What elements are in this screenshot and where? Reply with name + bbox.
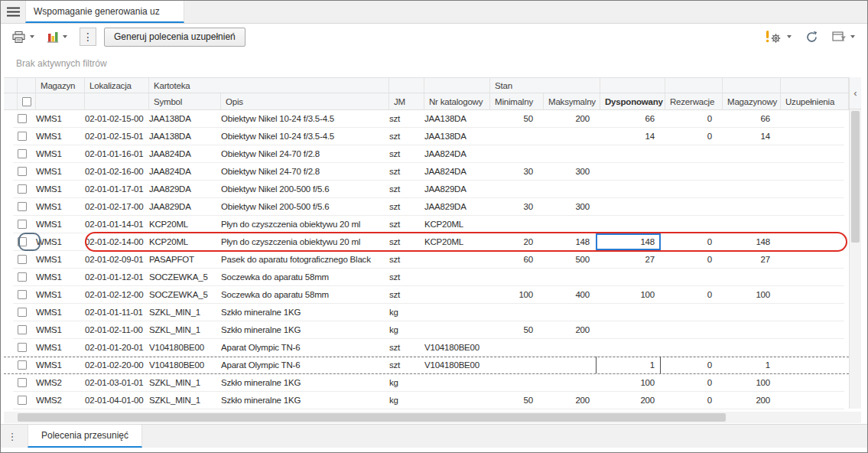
cell-nr[interactable]: JAA824DA xyxy=(420,145,486,163)
column-header-min[interactable]: Minimalny xyxy=(490,93,544,110)
row-checkbox[interactable] xyxy=(18,132,27,141)
cell-sel[interactable] xyxy=(13,181,31,198)
cell-nr[interactable]: JAA138DA xyxy=(420,128,486,145)
cell-jm[interactable]: szt xyxy=(385,216,420,233)
cell-max[interactable]: 400 xyxy=(539,286,596,304)
cell-rez[interactable] xyxy=(661,304,718,321)
cell-sel[interactable] xyxy=(13,392,31,409)
cell-min[interactable] xyxy=(486,374,539,392)
cell-uzup[interactable] xyxy=(776,374,844,392)
table-row[interactable]: WMS102-01-01-11-01SZKL_MIN_1Szkło minera… xyxy=(4,304,849,321)
table-row[interactable]: WMS102-01-02-12-00SOCZEWKA_5Soczewka do … xyxy=(4,286,849,304)
cell-uzup[interactable] xyxy=(776,233,844,251)
cell-dysp[interactable] xyxy=(596,163,661,181)
cell-sel[interactable] xyxy=(13,304,31,321)
cell-magazyn[interactable]: WMS1 xyxy=(31,163,80,181)
column-header-uzup[interactable]: Uzupełnienia xyxy=(781,93,849,110)
cell-dysp[interactable] xyxy=(596,181,661,198)
alerts-settings-button[interactable] xyxy=(765,30,792,44)
cell-jm[interactable]: szt xyxy=(385,269,420,286)
cell-lokalizacja[interactable]: 02-01-02-15-00 xyxy=(80,110,145,128)
cell-nr[interactable]: V104180BE00 xyxy=(420,357,486,374)
cell-rez[interactable] xyxy=(661,321,718,339)
cell-opis[interactable]: Pasek do aparatu fotograficznego Black xyxy=(216,251,385,269)
cell-min[interactable] xyxy=(486,216,539,233)
cell-sel[interactable] xyxy=(13,286,31,304)
cell-magazyn[interactable]: WMS1 xyxy=(31,181,80,198)
cell-dysp[interactable]: 200 xyxy=(596,392,661,409)
cell-max[interactable] xyxy=(539,128,596,145)
cell-nr[interactable] xyxy=(420,321,486,339)
cell-symbol[interactable]: JAA824DA xyxy=(145,163,216,181)
table-row[interactable]: WMS102-01-02-11-00SZKL_MIN_1Szkło minera… xyxy=(4,321,849,339)
column-header-nr[interactable]: Nr katalogowy xyxy=(424,93,490,110)
band-header-lokalizacja[interactable]: Lokalizacja xyxy=(85,78,149,93)
cell-dysp[interactable]: 66 xyxy=(596,110,661,128)
cell-lokalizacja[interactable]: 02-01-02-12-00 xyxy=(80,286,145,304)
cell-nr[interactable]: JAA829DA xyxy=(420,198,486,216)
cell-nr[interactable]: JAA829DA xyxy=(420,181,486,198)
table-row[interactable]: WMS102-01-02-16-00JAA824DAObiektyw Nikel… xyxy=(4,163,849,181)
row-checkbox[interactable] xyxy=(18,343,27,352)
row-checkbox[interactable] xyxy=(18,114,27,123)
row-checkbox[interactable] xyxy=(18,220,27,229)
cell-max[interactable] xyxy=(539,374,596,392)
table-row[interactable]: WMS102-01-02-14-00KCP20MLPłyn do czyszcz… xyxy=(4,233,849,251)
cell-sel[interactable] xyxy=(13,163,31,181)
row-checkbox[interactable] xyxy=(18,255,27,264)
cell-symbol[interactable]: SZKL_MIN_1 xyxy=(145,321,216,339)
cell-sel[interactable] xyxy=(13,269,31,286)
cell-rez[interactable]: 0 xyxy=(661,286,718,304)
cell-magazyn[interactable]: WMS1 xyxy=(31,233,80,251)
cell-dysp[interactable]: 100 xyxy=(596,374,661,392)
cell-dysp[interactable] xyxy=(596,339,661,357)
cell-sel[interactable] xyxy=(13,128,31,145)
cell-uzup[interactable] xyxy=(776,286,844,304)
cell-lokalizacja[interactable]: 02-01-02-09-01 xyxy=(80,251,145,269)
column-header-max[interactable]: Maksymalny xyxy=(544,93,600,110)
cell-uzup[interactable] xyxy=(776,128,844,145)
cell-magazyn[interactable]: WMS1 xyxy=(31,145,80,163)
cell-lokalizacja[interactable]: 02-01-04-01-00 xyxy=(80,392,145,409)
cell-rez[interactable]: 0 xyxy=(661,392,718,409)
cell-symbol[interactable]: V104180BE00 xyxy=(145,339,216,357)
cell-uzup[interactable] xyxy=(776,339,844,357)
cell-lokalizacja[interactable]: 02-01-01-14-01 xyxy=(80,216,145,233)
table-row[interactable]: WMS102-01-02-17-00JAA829DAObiektyw Nikel… xyxy=(4,198,849,216)
cell-max[interactable] xyxy=(539,357,596,374)
grid-options-button[interactable] xyxy=(832,31,855,43)
cell-opis[interactable]: Szkło mineralne 1KG xyxy=(216,321,385,339)
cell-mag[interactable] xyxy=(718,216,776,233)
cell-magazyn[interactable]: WMS2 xyxy=(31,392,80,409)
cell-uzup[interactable] xyxy=(776,198,844,216)
cell-magazyn[interactable]: WMS1 xyxy=(31,216,80,233)
cell-lokalizacja[interactable]: 02-01-02-17-00 xyxy=(80,198,145,216)
cell-mag[interactable] xyxy=(718,198,776,216)
cell-min[interactable]: 50 xyxy=(486,321,539,339)
cell-opis[interactable]: Szkło mineralne 1KG xyxy=(216,374,385,392)
cell-rez[interactable] xyxy=(661,198,718,216)
cell-jm[interactable]: szt xyxy=(385,128,420,145)
menu-button[interactable] xyxy=(1,1,25,23)
column-header-lokalizacja[interactable] xyxy=(85,93,149,110)
cell-dysp[interactable] xyxy=(596,198,661,216)
table-row[interactable]: WMS102-01-01-20-01V104180BE00Aparat Olym… xyxy=(4,339,849,357)
refresh-button[interactable] xyxy=(805,31,818,44)
cell-opis[interactable]: Obiektyw Nikel 10-24 f/3.5-4.5 xyxy=(216,128,385,145)
cell-magazyn[interactable]: WMS1 xyxy=(31,128,80,145)
cell-min[interactable]: 60 xyxy=(486,251,539,269)
cell-rez[interactable] xyxy=(661,216,718,233)
cell-symbol[interactable]: SZKL_MIN_1 xyxy=(145,392,216,409)
cell-sel[interactable] xyxy=(13,374,31,392)
cell-min[interactable] xyxy=(486,357,539,374)
cell-uzup[interactable] xyxy=(776,216,844,233)
collapse-panel-button[interactable]: ‹ xyxy=(850,77,861,109)
cell-nr[interactable] xyxy=(420,392,486,409)
cell-jm[interactable]: szt xyxy=(385,163,420,181)
cell-magazyn[interactable]: WMS1 xyxy=(31,251,80,269)
vertical-scrollbar-thumb[interactable] xyxy=(851,111,860,243)
cell-uzup[interactable] xyxy=(776,110,844,128)
cell-dysp[interactable] xyxy=(596,216,661,233)
cell-nr[interactable] xyxy=(420,286,486,304)
cell-lokalizacja[interactable]: 02-01-02-16-00 xyxy=(80,163,145,181)
